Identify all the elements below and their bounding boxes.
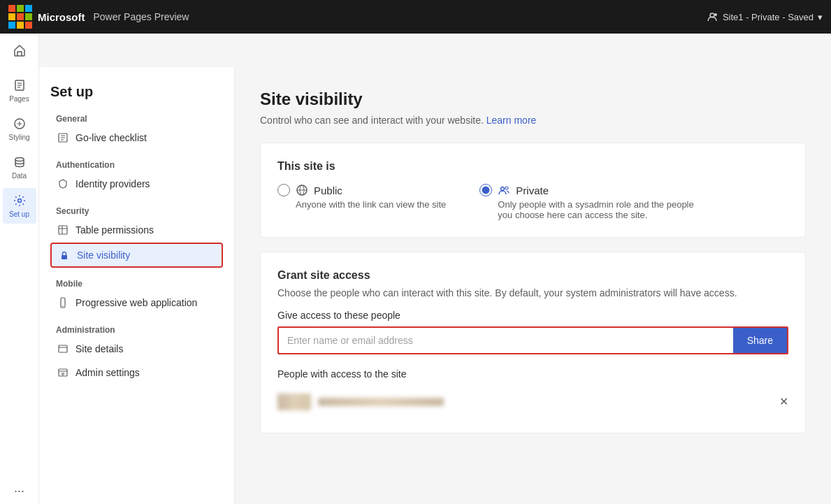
sidebar-item-adminsettings-label: Admin settings [75,367,140,378]
sidebar-item-tableperm-label: Table permissions [75,224,154,236]
nav-more[interactable]: ··· [14,484,24,504]
home-icon [13,43,27,57]
setup-icon [13,194,27,208]
chevron-down-icon: ▾ [818,12,823,22]
people-icon [498,184,510,196]
person-row: ✕ [277,388,788,416]
svg-point-28 [505,187,508,189]
this-site-is-label: This site is [277,160,788,173]
section-general: General [50,114,223,124]
nav-pages-label: Pages [9,95,29,103]
main-content: Site visibility Control who can see and … [235,67,831,504]
avatar [277,394,311,410]
radio-private-text: Private [516,185,549,196]
brand-name: Microsoft [38,11,85,23]
radio-private-label[interactable]: Private [479,184,707,196]
section-security: Security [50,206,223,216]
sidebar-item-adminsettings[interactable]: Admin settings [50,361,223,384]
section-mobile: Mobile [50,279,223,289]
sidebar-item-pwa-label: Progressive web application [75,297,197,308]
radio-private[interactable] [479,184,492,196]
sidebar-item-sitevisibility-label: Site visibility [77,250,130,261]
sidebar-item-identity[interactable]: Identity providers [50,173,223,195]
sidebar-item-sitedetails[interactable]: Site details [50,338,223,360]
person-info [277,394,444,410]
page-title: Site visibility [260,89,806,109]
svg-point-27 [501,187,505,191]
radio-public-label[interactable]: Public [277,184,446,196]
topbar: Microsoft Power Pages Preview Site1 - Pr… [0,0,831,34]
sidebar: Set up General Go-live checklist Authent… [39,67,235,504]
nav-setup[interactable]: Set up [3,188,36,224]
svg-point-23 [62,373,64,375]
site-info[interactable]: Site1 - Private - Saved ▾ [706,10,823,23]
layout: Set up General Go-live checklist Authent… [39,67,831,504]
radio-private-desc: Only people with a sysadmin role and the… [498,199,707,220]
sidebar-item-identity-label: Identity providers [75,178,150,189]
people-access-label: People with access to the site [277,368,788,380]
svg-rect-16 [62,255,67,259]
site-info-text: Site1 - Private - Saved [723,12,814,22]
learn-more-link[interactable]: Learn more [486,115,537,126]
nav-data[interactable]: Data [3,150,36,185]
radio-public-option: Public Anyone with the link can view the… [277,184,446,220]
home-bar[interactable] [0,34,39,67]
nav-styling[interactable]: Styling [3,111,36,147]
radio-public[interactable] [277,184,290,196]
svg-point-7 [15,158,24,161]
mobile-icon [57,297,68,308]
nav-setup-label: Set up [9,210,29,218]
globe-icon [296,184,308,196]
pages-icon [13,78,27,92]
site-details-icon [57,343,68,354]
grant-access-desc: Choose the people who can interact with … [277,287,788,298]
sidebar-item-pwa[interactable]: Progressive web application [50,291,223,314]
sidebar-item-golive[interactable]: Go-live checklist [50,127,223,149]
nav-styling-label: Styling [8,134,29,141]
checklist-icon [57,132,68,143]
section-admin: Administration [50,325,223,335]
icon-nav: Pages Styling Data Set up ··· [0,67,39,504]
sidebar-title: Set up [50,84,223,100]
styling-icon [13,117,27,131]
radio-options: Public Anyone with the link can view the… [277,184,788,220]
app-name: Power Pages Preview [94,11,189,22]
svg-point-1 [714,13,717,16]
site-icon [706,10,718,23]
share-row: Share [277,326,788,354]
grant-access-card: Grant site access Choose the people who … [260,252,806,433]
ms-logo [8,5,32,29]
nav-pages[interactable]: Pages [3,73,36,108]
sidebar-item-sitevisibility[interactable]: Site visibility [50,243,223,268]
svg-rect-19 [59,345,67,352]
svg-rect-13 [59,226,67,234]
sidebar-item-golive-label: Go-live checklist [75,132,147,143]
radio-private-option: Private Only people with a sysadmin role… [479,184,707,220]
shield-icon [57,178,68,189]
radio-public-text: Public [314,185,342,196]
page-subtitle: Control who can see and interact with yo… [260,115,806,126]
nav-data-label: Data [12,172,27,180]
data-icon [13,155,27,169]
lock-icon [59,250,70,261]
admin-icon [57,367,68,378]
share-input[interactable] [279,328,733,353]
grant-access-title: Grant site access [277,269,788,282]
person-name [318,398,444,406]
table-icon [57,224,68,236]
svg-point-18 [62,305,64,307]
svg-point-8 [17,199,21,203]
give-access-label: Give access to these people [277,310,788,321]
sidebar-item-tableperm[interactable]: Table permissions [50,219,223,241]
topbar-logo: Microsoft [8,5,85,29]
close-person-icon[interactable]: ✕ [779,396,788,408]
sidebar-item-sitedetails-label: Site details [75,343,123,354]
section-auth: Authentication [50,160,223,170]
site-visibility-card: This site is Public Anyone with the link… [260,143,806,238]
share-button[interactable]: Share [733,328,787,353]
radio-public-desc: Anyone with the link can view the site [296,199,446,210]
